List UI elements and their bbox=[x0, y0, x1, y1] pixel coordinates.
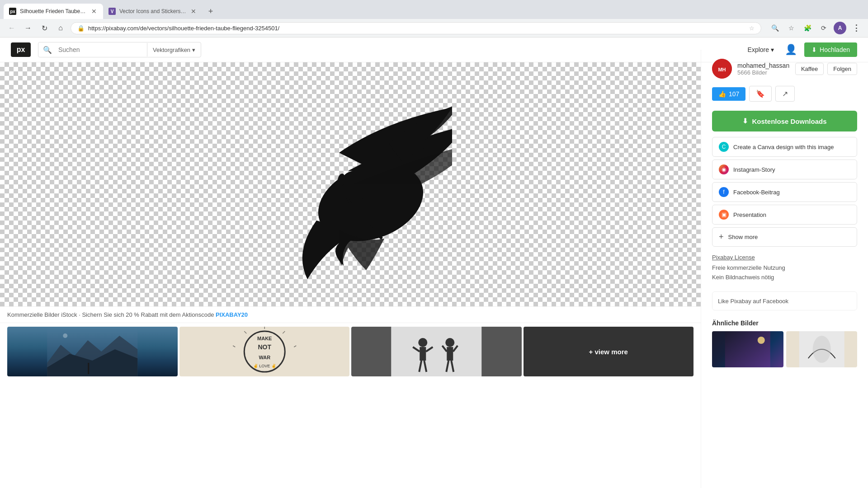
search-input[interactable] bbox=[57, 42, 147, 57]
tab-title-1: Silhouette Frieden Taube - Kost... bbox=[20, 8, 87, 14]
tab-favicon-2: V bbox=[108, 8, 116, 15]
search-wrap: 🔍 Vektorgrafiken ▾ bbox=[38, 42, 201, 57]
promo-text: Kommerzielle Bilder iStock · Sichern Sie… bbox=[7, 311, 214, 318]
svg-point-32 bbox=[445, 338, 454, 347]
zoom-button[interactable]: 🔍 bbox=[769, 22, 781, 34]
sidebar: MH mohamed_hassan 5666 Bilder Kaffee Fol… bbox=[701, 50, 868, 488]
dove-image bbox=[249, 62, 452, 306]
home-button[interactable]: ⌂ bbox=[54, 22, 67, 34]
presentation-option[interactable]: ▣ Presentation bbox=[712, 205, 857, 225]
instagram-option[interactable]: ◉ Instagram-Story bbox=[712, 160, 857, 179]
browser-chrome: px Silhouette Frieden Taube - Kost... ✕ … bbox=[0, 0, 868, 38]
tab-favicon-1: px bbox=[9, 8, 16, 15]
license-link[interactable]: Pixabay License bbox=[712, 254, 857, 261]
bookmark-icon: 🔖 bbox=[756, 89, 765, 98]
back-button[interactable]: ← bbox=[5, 22, 18, 34]
canva-icon: C bbox=[719, 142, 729, 152]
more-button[interactable]: ⋮ bbox=[850, 22, 863, 34]
author-actions: Kaffee Folgen bbox=[795, 63, 857, 75]
promo-bar: Kommerzielle Bilder iStock · Sichern Sie… bbox=[0, 306, 701, 323]
bookmark-button[interactable]: 🔖 bbox=[749, 86, 772, 102]
download-icon: ⬇ bbox=[742, 117, 748, 125]
author-avatar[interactable]: MH bbox=[712, 59, 732, 79]
similar-title: Ähnliche Bilder bbox=[712, 319, 857, 327]
extensions-button[interactable]: 🧩 bbox=[801, 22, 814, 34]
chevron-down-icon: ▾ bbox=[192, 47, 195, 53]
search-category-label: Vektorgrafiken bbox=[153, 47, 190, 53]
svg-text:✌ LOVE ✌: ✌ LOVE ✌ bbox=[253, 363, 276, 369]
like-count: 107 bbox=[729, 90, 739, 98]
similar-image-2[interactable] bbox=[786, 331, 858, 367]
svg-text:MH: MH bbox=[718, 67, 726, 72]
reload-button[interactable]: ↻ bbox=[38, 22, 51, 34]
svg-text:NOT: NOT bbox=[258, 343, 271, 351]
like-button[interactable]: 👍 107 bbox=[712, 87, 745, 101]
address-star-icon: ☆ bbox=[749, 25, 755, 32]
new-tab-button[interactable]: + bbox=[204, 5, 217, 18]
author-name[interactable]: mohamed_hassan bbox=[737, 62, 790, 69]
svg-point-41 bbox=[758, 337, 765, 344]
browser-profile[interactable]: A bbox=[834, 22, 846, 34]
address-lock-icon: 🔒 bbox=[77, 25, 85, 32]
instagram-label: Instagram-Story bbox=[733, 166, 775, 173]
folgen-button[interactable]: Folgen bbox=[827, 63, 857, 75]
license-line1: Freie kommerzielle Nutzung bbox=[712, 263, 857, 273]
address-text: https://pixabay.com/de/vectors/silhouett… bbox=[88, 25, 745, 32]
facebook-like-section[interactable]: Like Pixabay auf Facebook bbox=[712, 291, 857, 310]
browser-nav: ← → ↻ ⌂ 🔒 https://pixabay.com/de/vectors… bbox=[0, 19, 868, 37]
bookmark-browser-button[interactable]: ☆ bbox=[785, 22, 797, 34]
thumbs-up-icon: 👍 bbox=[718, 90, 726, 98]
download-button[interactable]: ⬇ Kostenlose Downloads bbox=[712, 111, 857, 131]
search-icon: 🔍 bbox=[38, 46, 57, 54]
kaffee-button[interactable]: Kaffee bbox=[795, 63, 824, 75]
browser-tab-2[interactable]: V Vector Icons and Stickers - PNG ✕ bbox=[103, 4, 203, 19]
svg-text:WAR: WAR bbox=[259, 355, 270, 360]
thumbnail-4[interactable]: + view more bbox=[524, 327, 694, 376]
sync-button[interactable]: ⟳ bbox=[817, 22, 830, 34]
thumbnails-row: MAKE NOT WAR ✌ LOVE ✌ bbox=[0, 323, 701, 380]
browser-tabs: px Silhouette Frieden Taube - Kost... ✕ … bbox=[0, 0, 868, 19]
search-category-selector[interactable]: Vektorgrafiken ▾ bbox=[147, 47, 201, 53]
svg-rect-40 bbox=[725, 331, 770, 367]
svg-text:MAKE: MAKE bbox=[257, 336, 272, 341]
svg-rect-14 bbox=[219, 327, 310, 376]
forward-button[interactable]: → bbox=[22, 22, 34, 34]
tab-title-2: Vector Icons and Stickers - PNG bbox=[119, 8, 186, 14]
presentation-label: Presentation bbox=[733, 211, 766, 218]
share-button[interactable]: ↗ bbox=[775, 86, 795, 102]
similar-image-1[interactable] bbox=[712, 331, 783, 367]
show-more-label: Show more bbox=[728, 234, 758, 240]
svg-point-43 bbox=[812, 336, 830, 363]
facebook-like-text: Like Pixabay auf Facebook bbox=[718, 298, 788, 305]
canva-label: Create a Canva design with this image bbox=[733, 144, 834, 150]
similar-section: Ähnliche Bilder bbox=[712, 319, 857, 367]
svg-rect-33 bbox=[447, 347, 453, 361]
svg-rect-25 bbox=[391, 327, 481, 376]
view-more-overlay[interactable]: + view more bbox=[524, 327, 694, 376]
svg-point-26 bbox=[418, 338, 427, 347]
show-more-icon: + bbox=[719, 232, 724, 242]
facebook-post-option[interactable]: f Facebook-Beitrag bbox=[712, 182, 857, 202]
facebook-icon: f bbox=[719, 187, 729, 197]
promo-code[interactable]: PIXABAY20 bbox=[216, 311, 248, 318]
pixabay-logo[interactable]: px bbox=[11, 42, 31, 57]
author-image-count: 5666 Bilder bbox=[737, 69, 790, 76]
main-image-container bbox=[0, 62, 701, 306]
svg-rect-13 bbox=[88, 363, 89, 374]
author-info: mohamed_hassan 5666 Bilder bbox=[737, 62, 790, 76]
main-content: Kommerzielle Bilder iStock · Sichern Sie… bbox=[0, 62, 868, 488]
thumbnail-2[interactable]: MAKE NOT WAR ✌ LOVE ✌ bbox=[179, 327, 350, 376]
action-row: 👍 107 🔖 ↗ bbox=[712, 86, 857, 102]
svg-point-12 bbox=[63, 333, 67, 338]
license-line2: Kein Bildnachweis nötig bbox=[712, 273, 857, 282]
canva-option[interactable]: C Create a Canva design with this image bbox=[712, 137, 857, 157]
thumbnail-3[interactable] bbox=[351, 327, 522, 376]
show-more-option[interactable]: + Show more bbox=[712, 227, 857, 247]
browser-tab-1[interactable]: px Silhouette Frieden Taube - Kost... ✕ bbox=[4, 4, 103, 19]
license-section: Pixabay License Freie kommerzielle Nutzu… bbox=[712, 254, 857, 282]
tab-close-1[interactable]: ✕ bbox=[90, 7, 98, 15]
thumbnail-1[interactable] bbox=[7, 327, 178, 376]
tab-close-2[interactable]: ✕ bbox=[190, 7, 197, 15]
share-icon: ↗ bbox=[782, 89, 788, 98]
address-bar[interactable]: 🔒 https://pixabay.com/de/vectors/silhoue… bbox=[71, 22, 761, 34]
